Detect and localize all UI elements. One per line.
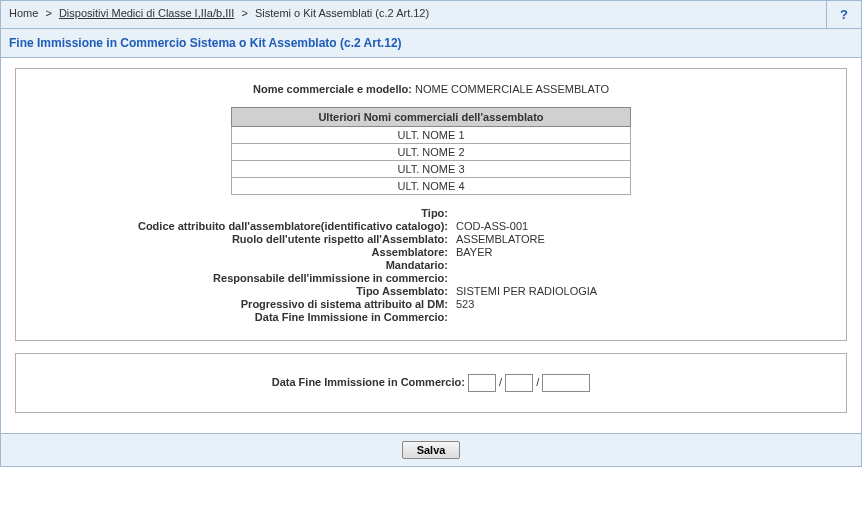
- datafine-label: Data Fine Immissione in Commercio:: [32, 311, 452, 323]
- breadcrumb: Home > Dispositivi Medici di Classe I,II…: [1, 1, 827, 28]
- date-label: Data Fine Immissione in Commercio:: [272, 376, 465, 388]
- resp-value: [452, 272, 830, 284]
- ruolo-value: ASSEMBLATORE: [452, 233, 830, 245]
- page-title: Fine Immissione in Commercio Sistema o K…: [1, 29, 861, 58]
- ass-value: BAYER: [452, 246, 830, 258]
- cod-label: Codice attribuito dall'assemblatore(iden…: [32, 220, 452, 232]
- resp-label: Responsabile dell'immissione in commerci…: [32, 272, 452, 284]
- date-year-input[interactable]: [542, 374, 590, 392]
- footer: Salva: [1, 433, 861, 466]
- fields-block: Tipo: Codice attribuito dall'assemblator…: [32, 207, 830, 323]
- prog-label: Progressivo di sistema attribuito al DM:: [32, 298, 452, 310]
- ult-header: Ulteriori Nomi commerciali dell'assembla…: [232, 108, 631, 127]
- tipo-label: Tipo:: [32, 207, 452, 219]
- ult-name-cell: ULT. NOME 1: [232, 127, 631, 144]
- breadcrumb-current: Sistemi o Kit Assemblati (c.2 Art.12): [255, 7, 429, 19]
- help-button[interactable]: ?: [827, 1, 861, 28]
- ruolo-label: Ruolo dell'utente rispetto all'Assemblat…: [32, 233, 452, 245]
- window: Home > Dispositivi Medici di Classe I,II…: [0, 0, 862, 467]
- tipoa-label: Tipo Assemblato:: [32, 285, 452, 297]
- cod-value: COD-ASS-001: [452, 220, 830, 232]
- ass-label: Assemblatore:: [32, 246, 452, 258]
- mand-label: Mandatario:: [32, 259, 452, 271]
- datafine-value: [452, 311, 830, 323]
- top-bar: Home > Dispositivi Medici di Classe I,II…: [1, 1, 861, 29]
- ulteriori-nomi-table: Ulteriori Nomi commerciali dell'assembla…: [231, 107, 631, 195]
- save-button[interactable]: Salva: [402, 441, 461, 459]
- nome-value: NOME COMMERCIALE ASSEMBLATO: [415, 83, 609, 95]
- info-panel: Nome commerciale e modello: NOME COMMERC…: [15, 68, 847, 341]
- mand-value: [452, 259, 830, 271]
- ult-name-cell: ULT. NOME 4: [232, 178, 631, 195]
- table-row: ULT. NOME 1: [232, 127, 631, 144]
- breadcrumb-home: Home: [9, 7, 38, 19]
- breadcrumb-link[interactable]: Dispositivi Medici di Classe I,IIa/b,III: [59, 7, 234, 19]
- table-row: ULT. NOME 2: [232, 144, 631, 161]
- date-sep: /: [536, 376, 539, 388]
- ult-name-cell: ULT. NOME 3: [232, 161, 631, 178]
- breadcrumb-sep: >: [237, 7, 251, 19]
- tipoa-value: SISTEMI PER RADIOLOGIA: [452, 285, 830, 297]
- table-row: ULT. NOME 3: [232, 161, 631, 178]
- prog-value: 523: [452, 298, 830, 310]
- ult-name-cell: ULT. NOME 2: [232, 144, 631, 161]
- body: Nome commerciale e modello: NOME COMMERC…: [1, 58, 861, 433]
- date-day-input[interactable]: [468, 374, 496, 392]
- date-panel: Data Fine Immissione in Commercio: / /: [15, 353, 847, 413]
- table-row: ULT. NOME 4: [232, 178, 631, 195]
- date-sep: /: [499, 376, 502, 388]
- tipo-value: [452, 207, 830, 219]
- breadcrumb-sep: >: [41, 7, 55, 19]
- date-month-input[interactable]: [505, 374, 533, 392]
- nome-label: Nome commerciale e modello:: [253, 83, 412, 95]
